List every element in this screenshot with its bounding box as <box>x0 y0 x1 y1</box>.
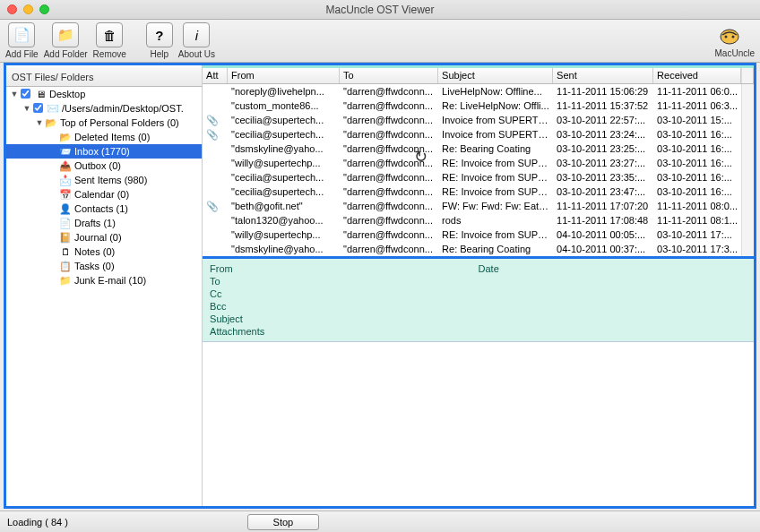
tree-item[interactable]: 📁Junk E-mail (10) <box>6 273 202 287</box>
cell-from: "custom_monte86... <box>228 100 340 111</box>
table-row[interactable]: 📎"cecilia@supertech..."darren@ffwdconn..… <box>203 127 741 142</box>
folder-plus-icon: 📁 <box>52 22 79 47</box>
folder-icon: 📨 <box>58 146 73 158</box>
cell-from: "cecilia@supertech... <box>228 129 340 140</box>
tree-item[interactable]: 🗒Notes (0) <box>6 245 202 259</box>
cell-subject: RE: Invoice from SUPE... <box>438 186 553 197</box>
table-row[interactable]: "custom_monte86..."darren@ffwdconn...Re:… <box>203 99 741 113</box>
cell-from: "dsmskyline@yaho... <box>228 143 340 154</box>
folder-icon: 📂 <box>44 117 58 129</box>
table-row[interactable]: "dsmskyline@yaho..."darren@ffwdconn...Re… <box>203 242 741 256</box>
cell-sent: 11-11-2011 17:08:48 <box>553 215 653 226</box>
col-subject[interactable]: Subject <box>438 68 553 83</box>
col-att[interactable]: Att <box>203 68 228 83</box>
cell-subject: Re: Bearing Coating <box>438 143 553 154</box>
add-folder-button[interactable]: 📁 Add Folder <box>44 22 88 59</box>
mail-store-icon: ✉️ <box>46 103 60 115</box>
cell-received: 03-10-2011 16:... <box>653 143 741 154</box>
table-row[interactable]: "willy@supertechp..."darren@ffwdconn...R… <box>203 227 741 242</box>
cell-sent: 03-10-2011 23:25:... <box>553 143 653 154</box>
table-row[interactable]: 📎"cecilia@supertech..."darren@ffwdconn..… <box>203 113 741 127</box>
cell-received: 11-11-2011 06:3... <box>653 100 741 111</box>
folder-icon: 👤 <box>58 203 73 215</box>
tree-item[interactable]: 👤Contacts (1) <box>6 202 202 216</box>
chevron-down-icon[interactable]: ▼ <box>22 104 31 113</box>
help-button[interactable]: ? Help <box>146 22 173 59</box>
folder-icon: 🗒 <box>58 246 73 257</box>
cell-sent: 03-10-2011 22:57:... <box>553 115 653 125</box>
cell-received: 03-10-2011 16:... <box>653 129 741 140</box>
col-received[interactable]: Received <box>653 68 741 83</box>
grid-body[interactable]: ↻ "noreply@livehelpn..."darren@ffwdconn.… <box>203 84 741 256</box>
folder-icon: 📋 <box>58 261 73 272</box>
tree-item-label: Sent Items (980) <box>74 175 147 185</box>
table-row[interactable]: "willy@supertechp..."darren@ffwdconn...R… <box>203 156 741 170</box>
preview-body <box>203 342 754 506</box>
cell-from: "cecilia@supertech... <box>228 186 340 197</box>
remove-button[interactable]: 🗑 Remove <box>93 22 126 59</box>
tree-item[interactable]: 📨Inbox (1770) <box>6 144 202 159</box>
cell-sent: 04-10-2011 00:37:... <box>553 244 653 254</box>
folder-tree[interactable]: OST Files/ Folders ▼ 🖥 Desktop ▼ ✉️ /Use… <box>6 65 203 506</box>
grid-header[interactable]: Att From To Subject Sent Received <box>203 68 754 84</box>
tree-item-label: Calendar (0) <box>74 189 129 200</box>
cell-subject: Invoice from SUPERTE... <box>438 115 553 125</box>
cell-subject: Re: Bearing Coating <box>438 244 553 254</box>
tree-item-label: Notes (0) <box>74 246 115 257</box>
cell-sent: 03-10-2011 23:27:... <box>553 158 653 168</box>
cell-to: "darren@ffwdconn... <box>340 244 438 254</box>
attachment-icon: 📎 <box>203 201 228 212</box>
cell-to: "darren@ffwdconn... <box>340 115 438 125</box>
col-from[interactable]: From <box>228 68 340 83</box>
cell-to: "darren@ffwdconn... <box>340 215 438 226</box>
tree-item[interactable]: 📂Deleted Items (0) <box>6 130 202 144</box>
col-sent[interactable]: Sent <box>553 68 653 83</box>
table-row[interactable]: "cecilia@supertech..."darren@ffwdconn...… <box>203 184 741 199</box>
table-row[interactable]: "talon1320@yahoo..."darren@ffwdconn...ro… <box>203 213 741 227</box>
question-icon: ? <box>146 22 173 47</box>
cell-subject: Invoice from SUPERTE... <box>438 129 553 140</box>
tree-item[interactable]: 📋Tasks (0) <box>6 259 202 273</box>
checkbox[interactable] <box>21 89 30 99</box>
checkbox[interactable] <box>33 103 43 113</box>
about-button[interactable]: i About Us <box>178 22 215 59</box>
stop-button[interactable]: Stop <box>247 514 319 530</box>
chevron-down-icon[interactable]: ▼ <box>35 118 44 127</box>
cell-received: 03-10-2011 15:... <box>653 115 741 125</box>
tree-item[interactable]: 📤Outbox (0) <box>6 159 202 173</box>
tree-item[interactable]: 📅Calendar (0) <box>6 187 202 202</box>
table-row[interactable]: "noreply@livehelpn..."darren@ffwdconn...… <box>203 84 741 99</box>
preview-subject-label: Subject <box>210 313 478 325</box>
tree-node-desktop[interactable]: ▼ 🖥 Desktop <box>6 87 202 101</box>
tree-item-label: Contacts (1) <box>74 203 128 214</box>
cell-from: "beth@gofit.net" <box>228 201 340 211</box>
scrollbar[interactable] <box>741 68 754 83</box>
scrollbar[interactable] <box>741 84 754 256</box>
table-row[interactable]: "cecilia@supertech..."darren@ffwdconn...… <box>203 170 741 184</box>
cell-subject: rods <box>438 215 553 226</box>
preview-to-label: To <box>210 275 478 287</box>
cell-from: "willy@supertechp... <box>228 158 340 168</box>
cell-received: 03-10-2011 17:3... <box>653 244 741 254</box>
folder-tab[interactable]: OST Files/ Folders <box>6 67 202 87</box>
cell-to: "darren@ffwdconn... <box>340 172 438 183</box>
cell-received: 03-10-2011 17:... <box>653 229 741 240</box>
tree-item[interactable]: 📩Sent Items (980) <box>6 173 202 187</box>
cell-from: "noreply@livehelpn... <box>228 86 340 97</box>
toolbar: 📄 Add File 📁 Add Folder 🗑 Remove ? Help … <box>0 20 760 63</box>
tree-node-top[interactable]: ▼ 📂 Top of Personal Folders (0) <box>6 116 202 130</box>
folder-icon: 📤 <box>58 160 73 172</box>
cell-sent: 11-11-2011 15:06:29 <box>553 86 653 97</box>
status-bar: Loading ( 84 ) Stop <box>0 511 760 532</box>
tree-item-label: Deleted Items (0) <box>74 132 150 142</box>
chevron-down-icon[interactable]: ▼ <box>10 90 19 99</box>
tree-node-path[interactable]: ▼ ✉️ /Users/admin/Desktop/OST. <box>6 101 202 116</box>
tree-item[interactable]: 📔Journal (0) <box>6 230 202 245</box>
table-row[interactable]: "dsmskyline@yaho..."darren@ffwdconn...Re… <box>203 142 741 156</box>
col-to[interactable]: To <box>340 68 438 83</box>
add-file-button[interactable]: 📄 Add File <box>5 22 39 59</box>
tree-item[interactable]: 📄Drafts (1) <box>6 216 202 230</box>
cell-subject: RE: Invoice from SUPE... <box>438 229 553 240</box>
table-row[interactable]: 📎"beth@gofit.net""darren@ffwdconn...FW: … <box>203 199 741 213</box>
cell-received: 11-11-2011 08:0... <box>653 201 741 211</box>
